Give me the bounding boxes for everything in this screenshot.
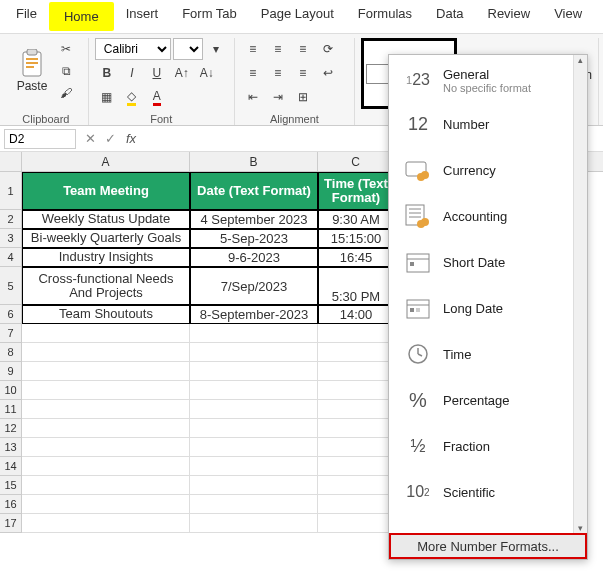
cell-b10[interactable]: [190, 381, 318, 400]
row-header-4[interactable]: 4: [0, 248, 22, 267]
orientation-button[interactable]: ⟳: [317, 39, 339, 59]
cell-a4[interactable]: Industry Insights: [22, 248, 190, 267]
numfmt-short-date[interactable]: Short Date: [389, 239, 587, 285]
row-header-10[interactable]: 10: [0, 381, 22, 400]
col-header-b[interactable]: B: [190, 152, 318, 171]
cell-b3[interactable]: 5-Sep-2023: [190, 229, 318, 248]
align-right-button[interactable]: ≡: [292, 63, 314, 83]
header-time[interactable]: Time (Text Format): [318, 172, 394, 210]
cell-c10[interactable]: [318, 381, 394, 400]
cell-b12[interactable]: [190, 419, 318, 438]
borders-button[interactable]: ▦: [96, 87, 118, 107]
cell-a2[interactable]: Weekly Status Update: [22, 210, 190, 229]
fill-color-button[interactable]: ◇: [121, 87, 143, 107]
row-header-5[interactable]: 5: [0, 267, 22, 305]
more-number-formats-button[interactable]: More Number Formats...: [389, 533, 587, 559]
align-bottom-button[interactable]: ≡: [292, 39, 314, 59]
numfmt-accounting[interactable]: Accounting: [389, 193, 587, 239]
align-left-button[interactable]: ≡: [242, 63, 264, 83]
cell-a9[interactable]: [22, 362, 190, 381]
row-header-2[interactable]: 2: [0, 210, 22, 229]
italic-button[interactable]: I: [121, 63, 143, 83]
cell-c13[interactable]: [318, 438, 394, 457]
cell-b9[interactable]: [190, 362, 318, 381]
row-header-16[interactable]: 16: [0, 495, 22, 514]
cell-b8[interactable]: [190, 343, 318, 362]
cell-a13[interactable]: [22, 438, 190, 457]
row-header-14[interactable]: 14: [0, 457, 22, 476]
cell-c5[interactable]: 5:30 PM: [318, 267, 394, 305]
cell-c7[interactable]: [318, 324, 394, 343]
align-middle-button[interactable]: ≡: [267, 39, 289, 59]
dropdown-scrollbar[interactable]: ▴ ▾: [573, 55, 587, 533]
cell-b7[interactable]: [190, 324, 318, 343]
menu-insert[interactable]: Insert: [114, 2, 171, 31]
align-top-button[interactable]: ≡: [242, 39, 264, 59]
cell-a3[interactable]: Bi-weekly Quarterly Goals: [22, 229, 190, 248]
fx-label[interactable]: fx: [126, 131, 136, 146]
cell-c11[interactable]: [318, 400, 394, 419]
row-header-3[interactable]: 3: [0, 229, 22, 248]
numfmt-scientific[interactable]: 102 Scientific: [389, 469, 587, 515]
select-all-corner[interactable]: [0, 152, 22, 171]
cell-c14[interactable]: [318, 457, 394, 476]
cell-c2[interactable]: 9:30 AM: [318, 210, 394, 229]
decrease-font-button[interactable]: A↓: [196, 63, 218, 83]
align-center-button[interactable]: ≡: [267, 63, 289, 83]
numfmt-currency[interactable]: Currency: [389, 147, 587, 193]
cell-c4[interactable]: 16:45: [318, 248, 394, 267]
header-team-meeting[interactable]: Team Meeting: [22, 172, 190, 210]
row-header-17[interactable]: 17: [0, 514, 22, 533]
cell-c6[interactable]: 14:00: [318, 305, 394, 324]
font-size-options[interactable]: ▾: [206, 39, 227, 59]
cell-a16[interactable]: [22, 495, 190, 514]
cell-b14[interactable]: [190, 457, 318, 476]
cell-a5[interactable]: Cross-functional Needs And Projects: [22, 267, 190, 305]
cell-a14[interactable]: [22, 457, 190, 476]
cell-a8[interactable]: [22, 343, 190, 362]
cell-a7[interactable]: [22, 324, 190, 343]
menu-review[interactable]: Review: [476, 2, 543, 31]
paste-button[interactable]: Paste: [10, 38, 54, 104]
cancel-formula-button[interactable]: ✕: [80, 131, 100, 146]
header-date[interactable]: Date (Text Format): [190, 172, 318, 210]
wrap-text-button[interactable]: ↩: [317, 63, 339, 83]
cell-c15[interactable]: [318, 476, 394, 495]
decrease-indent-button[interactable]: ⇤: [242, 87, 264, 107]
row-header-6[interactable]: 6: [0, 305, 22, 324]
cell-a15[interactable]: [22, 476, 190, 495]
menu-page-layout[interactable]: Page Layout: [249, 2, 346, 31]
row-header-7[interactable]: 7: [0, 324, 22, 343]
cell-c8[interactable]: [318, 343, 394, 362]
name-box[interactable]: [4, 129, 76, 149]
row-header-8[interactable]: 8: [0, 343, 22, 362]
numfmt-time[interactable]: Time: [389, 331, 587, 377]
increase-font-button[interactable]: A↑: [171, 63, 193, 83]
col-header-c[interactable]: C: [318, 152, 394, 171]
cell-a11[interactable]: [22, 400, 190, 419]
font-color-button[interactable]: A: [146, 87, 168, 107]
cell-a17[interactable]: [22, 514, 190, 533]
cell-b13[interactable]: [190, 438, 318, 457]
cell-c3[interactable]: 15:15:00: [318, 229, 394, 248]
row-header-9[interactable]: 9: [0, 362, 22, 381]
numfmt-general[interactable]: 123 General No specific format: [389, 59, 587, 101]
format-painter-button[interactable]: 🖌: [55, 83, 77, 103]
col-header-a[interactable]: A: [22, 152, 190, 171]
cell-b5[interactable]: 7/Sep/2023: [190, 267, 318, 305]
row-header-11[interactable]: 11: [0, 400, 22, 419]
menu-file[interactable]: File: [4, 2, 49, 31]
menu-form-tab[interactable]: Form Tab: [170, 2, 249, 31]
font-name-select[interactable]: Calibri: [95, 38, 171, 60]
cell-b6[interactable]: 8-September-2023: [190, 305, 318, 324]
cell-b4[interactable]: 9-6-2023: [190, 248, 318, 267]
copy-button[interactable]: ⧉: [55, 61, 77, 81]
bold-button[interactable]: B: [96, 63, 118, 83]
merge-button[interactable]: ⊞: [292, 87, 314, 107]
cell-a6[interactable]: Team Shoutouts: [22, 305, 190, 324]
cell-c17[interactable]: [318, 514, 394, 533]
numfmt-number[interactable]: 12 Number: [389, 101, 587, 147]
row-header-15[interactable]: 15: [0, 476, 22, 495]
menu-home[interactable]: Home: [49, 2, 114, 31]
cell-a10[interactable]: [22, 381, 190, 400]
